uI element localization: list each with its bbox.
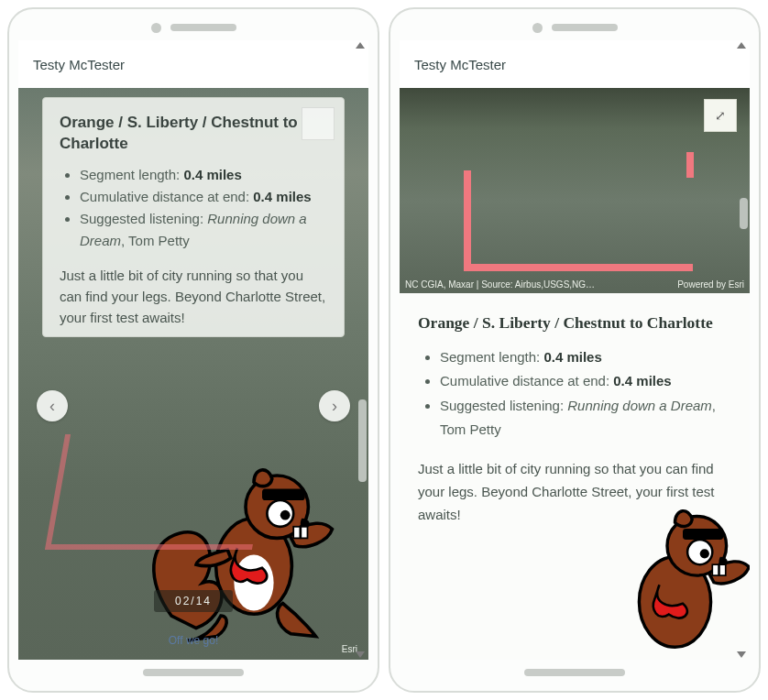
next-button[interactable]: › <box>319 390 350 421</box>
label: Segment length: <box>80 167 183 182</box>
device-homebar <box>18 663 368 682</box>
prev-button[interactable]: ‹ <box>37 390 68 421</box>
chevron-left-icon: ‹ <box>49 397 55 416</box>
device-frame-right: Testy McTester ⤢ NC CGIA, Maxar | Source… <box>389 7 761 693</box>
svg-rect-7 <box>301 527 307 539</box>
page-header: Testy McTester <box>18 40 368 90</box>
fact-length: Segment length: 0.4 miles <box>440 345 731 369</box>
scrollbar-thumb[interactable] <box>358 399 367 482</box>
route-line <box>464 170 693 271</box>
artist: Tom Petty <box>440 421 501 437</box>
svg-rect-3 <box>262 488 305 500</box>
scroll-down-icon[interactable] <box>356 651 365 658</box>
camera-dot <box>151 23 161 33</box>
speaker-bar <box>552 24 618 31</box>
attribution-right: Powered by Esri <box>677 279 744 290</box>
artist: Tom Petty <box>128 233 190 248</box>
value: 0.4 miles <box>613 373 671 388</box>
route-line <box>686 152 694 178</box>
sep: , <box>121 233 128 248</box>
chevron-right-icon: › <box>332 397 337 416</box>
fact-cumulative: Cumulative distance at end: 0.4 miles <box>440 369 731 393</box>
homebar <box>524 669 625 676</box>
expand-icon: ⤢ <box>715 108 726 123</box>
value: 0.4 miles <box>183 167 241 182</box>
fact-listening: Suggested listening: Running down a Drea… <box>440 394 731 443</box>
app-title: Testy McTester <box>33 57 125 72</box>
svg-rect-10 <box>683 529 723 540</box>
slide-caption: Off we go! <box>169 634 218 647</box>
pager: 02 / 14 <box>154 590 233 612</box>
sep: , <box>712 398 716 413</box>
track: Running down a Dream <box>567 398 712 413</box>
device-frame-left: Testy McTester Orange / S. Liberty / Che… <box>7 7 379 693</box>
svg-rect-6 <box>293 527 300 539</box>
expand-map-button[interactable] <box>302 107 335 140</box>
fact-length: Segment length: 0.4 miles <box>80 164 327 186</box>
scroll-up-icon[interactable] <box>356 42 365 49</box>
label: Segment length: <box>440 349 543 365</box>
segment-card: Orange / S. Liberty / Chestnut to Charlo… <box>42 97 345 337</box>
segment-facts: Segment length: 0.4 miles Cumulative dis… <box>418 345 731 442</box>
device-homebar <box>400 663 750 682</box>
camera-dot <box>532 23 543 33</box>
svg-rect-14 <box>719 564 726 575</box>
pager-total: 14 <box>196 595 212 607</box>
label: Suggested listening: <box>80 211 207 226</box>
expand-map-button[interactable]: ⤢ <box>704 99 737 132</box>
screen-left: Testy McTester Orange / S. Liberty / Che… <box>18 40 368 660</box>
label: Cumulative distance at end: <box>440 373 613 388</box>
segment-facts: Segment length: 0.4 miles Cumulative dis… <box>60 164 327 252</box>
map-attribution: NC CGIA, Maxar | Source: Airbus,USGS,NG…… <box>405 279 744 290</box>
fact-listening: Suggested listening: Running down a Drea… <box>80 208 327 252</box>
page-header: Testy McTester <box>400 40 750 90</box>
svg-point-5 <box>280 510 291 520</box>
pager-current: 02 <box>175 595 191 607</box>
content-column: ⤢ NC CGIA, Maxar | Source: Airbus,USGS,N… <box>400 88 750 660</box>
label: Cumulative distance at end: <box>80 189 253 204</box>
scroll-down-icon[interactable] <box>737 651 746 658</box>
scroll-up-icon[interactable] <box>737 42 746 49</box>
speaker-bar <box>170 24 236 31</box>
device-notch <box>18 18 368 37</box>
segment-title: Orange / S. Liberty / Chestnut to Charlo… <box>418 313 731 333</box>
segment-body: Just a little bit of city running so tha… <box>60 265 327 329</box>
svg-rect-13 <box>712 564 719 575</box>
attribution-left: NC CGIA, Maxar | Source: Airbus,USGS,NG… <box>405 279 595 290</box>
value: 0.4 miles <box>543 349 601 365</box>
segment-title: Orange / S. Liberty / Chestnut to Charlo… <box>60 113 327 155</box>
map-panel[interactable]: ⤢ NC CGIA, Maxar | Source: Airbus,USGS,N… <box>400 88 750 293</box>
app-title: Testy McTester <box>414 57 506 72</box>
svg-point-12 <box>700 549 709 558</box>
homebar <box>143 669 244 676</box>
device-notch <box>400 18 750 37</box>
scrollbar-thumb[interactable] <box>740 198 748 229</box>
fact-cumulative: Cumulative distance at end: 0.4 miles <box>80 186 327 208</box>
value: 0.4 miles <box>253 189 311 204</box>
screen-right: Testy McTester ⤢ NC CGIA, Maxar | Source… <box>400 40 750 660</box>
squirrel-mascot <box>566 486 751 661</box>
squirrel-mascot <box>138 443 353 657</box>
map-background[interactable]: Orange / S. Liberty / Chestnut to Charlo… <box>18 88 368 660</box>
label: Suggested listening: <box>440 398 567 413</box>
